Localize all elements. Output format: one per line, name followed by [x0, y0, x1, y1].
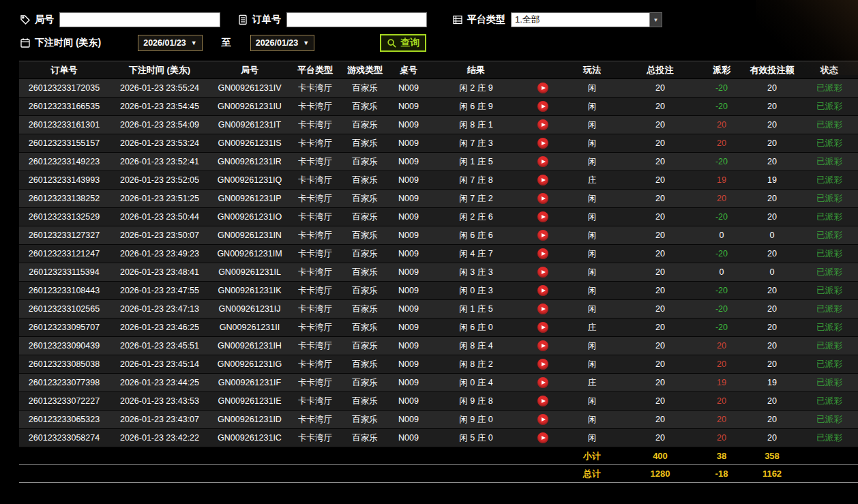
cell-result: 闲 9 庄 0 [428, 411, 524, 429]
cell-game-type: 百家乐 [341, 300, 389, 318]
play-video-icon[interactable] [537, 432, 548, 443]
cell-bet-time: 2026-01-23 23:43:53 [109, 392, 210, 411]
play-video-icon[interactable] [537, 138, 548, 149]
play-video-icon[interactable] [537, 303, 548, 314]
play-video-icon[interactable] [537, 230, 548, 241]
cell-table-number: N009 [389, 190, 428, 208]
cell-video[interactable] [524, 429, 562, 447]
cell-video[interactable] [524, 153, 562, 171]
cell-table-number: N009 [389, 79, 428, 98]
column-header: 状态 [799, 61, 858, 79]
cell-video[interactable] [524, 98, 562, 116]
cell-video[interactable] [524, 355, 562, 374]
cell-video[interactable] [524, 318, 562, 337]
cell-round-number: GN009261231IS [210, 134, 289, 153]
play-video-icon[interactable] [537, 322, 548, 333]
cell-bet-time: 2026-01-23 23:53:24 [109, 134, 210, 153]
cell-bet-time: 2026-01-23 23:50:07 [109, 226, 210, 245]
cell-video[interactable] [524, 300, 562, 318]
cell-status: 已派彩 [799, 153, 858, 171]
table-row: 260123233072227 2026-01-23 23:43:53 GN00… [19, 392, 858, 411]
play-video-icon[interactable] [537, 285, 548, 296]
table-row: 260123233108443 2026-01-23 23:47:55 GN00… [19, 282, 858, 300]
cell-payout: 20 [698, 116, 745, 134]
cell-valid-bet: 20 [745, 300, 799, 318]
cell-platform-type: 卡卡湾厅 [289, 411, 341, 429]
cell-video[interactable] [524, 79, 562, 98]
platform-type-select[interactable]: 1.全部 ▼ [511, 12, 662, 27]
subtotal-payout: 38 [698, 447, 745, 465]
cell-table-number: N009 [389, 226, 428, 245]
date-from-select[interactable]: 2026/01/23 ▼ [138, 35, 202, 51]
cell-video[interactable] [524, 282, 562, 300]
cell-game-type: 百家乐 [341, 226, 389, 245]
cell-video[interactable] [524, 226, 562, 245]
cell-round-number: GN009261231IO [210, 208, 289, 226]
play-video-icon[interactable] [537, 396, 548, 406]
cell-video[interactable] [524, 411, 562, 429]
cell-table-number: N009 [389, 208, 428, 226]
cell-order-number: 260123233095707 [19, 318, 109, 337]
cell-video[interactable] [524, 190, 562, 208]
play-video-icon[interactable] [537, 267, 548, 278]
cell-bet-time: 2026-01-23 23:42:22 [109, 429, 210, 447]
date-to-value: 2026/01/23 [256, 38, 299, 48]
order-number-icon [237, 14, 249, 26]
cell-video[interactable] [524, 392, 562, 411]
cell-order-number: 260123233077398 [19, 374, 109, 392]
cell-platform-type: 卡卡湾厅 [289, 226, 341, 245]
cell-valid-bet: 20 [745, 208, 799, 226]
cell-result: 闲 2 庄 9 [428, 79, 524, 98]
column-header: 下注时间 (美东) [109, 61, 210, 79]
order-number-input[interactable] [286, 12, 427, 27]
grand-total-total-bet: 1280 [622, 465, 698, 483]
play-video-icon[interactable] [537, 175, 548, 186]
cell-order-number: 260123233172035 [19, 79, 109, 98]
cell-play-type: 闲 [562, 429, 622, 447]
cell-video[interactable] [524, 263, 562, 282]
cell-total-bet: 20 [622, 226, 698, 245]
cell-play-type: 闲 [562, 153, 622, 171]
play-video-icon[interactable] [537, 101, 548, 112]
play-video-icon[interactable] [537, 83, 548, 93]
query-button[interactable]: 查询 [380, 34, 426, 52]
play-video-icon[interactable] [537, 119, 548, 130]
cell-video[interactable] [524, 374, 562, 392]
cell-payout: 19 [698, 374, 745, 392]
play-video-icon[interactable] [537, 211, 548, 222]
play-video-icon[interactable] [537, 340, 548, 351]
cell-game-type: 百家乐 [341, 171, 389, 190]
play-video-icon[interactable] [537, 193, 548, 204]
cell-result: 闲 4 庄 7 [428, 245, 524, 263]
play-video-icon[interactable] [537, 248, 548, 259]
column-header: 派彩 [698, 61, 745, 79]
cell-total-bet: 20 [622, 190, 698, 208]
cell-video[interactable] [524, 208, 562, 226]
round-number-input[interactable] [59, 12, 220, 27]
cell-round-number: GN009261231IH [210, 337, 289, 355]
cell-round-number: GN009261231IG [210, 355, 289, 374]
cell-total-bet: 20 [622, 374, 698, 392]
cell-platform-type: 卡卡湾厅 [289, 282, 341, 300]
cell-video[interactable] [524, 337, 562, 355]
cell-table-number: N009 [389, 245, 428, 263]
cell-video[interactable] [524, 116, 562, 134]
play-video-icon[interactable] [537, 414, 548, 425]
order-number-label: 订单号 [252, 14, 281, 26]
table-row: 260123233085038 2026-01-23 23:45:14 GN00… [19, 355, 858, 374]
cell-table-number: N009 [389, 153, 428, 171]
play-video-icon[interactable] [537, 156, 548, 167]
cell-status: 已派彩 [799, 134, 858, 153]
play-video-icon[interactable] [537, 359, 548, 370]
cell-video[interactable] [524, 245, 562, 263]
cell-video[interactable] [524, 171, 562, 190]
cell-game-type: 百家乐 [341, 374, 389, 392]
cell-valid-bet: 20 [745, 79, 799, 98]
dropdown-arrow-icon[interactable]: ▼ [649, 13, 662, 27]
play-video-icon[interactable] [537, 377, 548, 388]
cell-video[interactable] [524, 134, 562, 153]
cell-game-type: 百家乐 [341, 282, 389, 300]
cell-valid-bet: 20 [745, 411, 799, 429]
platform-type-value: 1.全部 [512, 14, 649, 26]
date-to-select[interactable]: 2026/01/23 ▼ [250, 35, 314, 51]
